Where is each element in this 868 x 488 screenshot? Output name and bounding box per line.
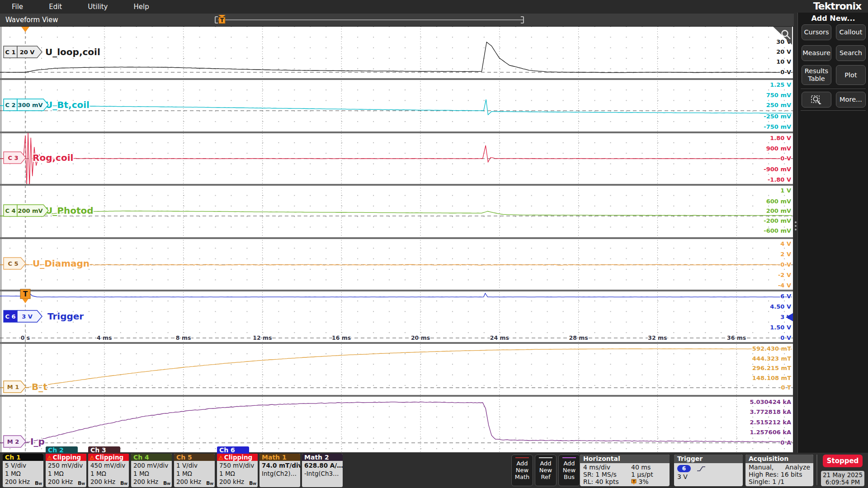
bandwidth-limit-icon: BW: [78, 480, 85, 486]
measure-button[interactable]: Measure: [802, 45, 831, 61]
badge-id: M 2: [7, 438, 19, 445]
trigger-pos-percent: 3%: [638, 478, 648, 485]
record-length: RL: 40 kpts: [583, 478, 631, 485]
record-view-bar[interactable]: T: [0, 14, 794, 26]
channel-settings-badge-ch3[interactable]: Ch 3⚠Clipping450 mV/div1 MΩ200 kHzBW: [88, 454, 129, 487]
callout-button[interactable]: Callout: [836, 24, 866, 40]
channel-settings-badge-math2[interactable]: Math 2628.80 A/…-Intg(Ch3…: [302, 454, 343, 487]
panel-section-divider: [801, 89, 866, 89]
acquisition-panel[interactable]: Acquisition Manual,Analyze High Res: 16 …: [745, 455, 813, 486]
waveform-view-titlebar: Waveform View T: [0, 14, 794, 27]
plot-button[interactable]: Plot: [836, 65, 866, 85]
channel-badge-M2[interactable]: M 2: [4, 436, 26, 447]
add-new-heading: Add New...: [798, 14, 868, 23]
channel-tab: Ch 3: [88, 446, 120, 454]
channel-setting: 628.80 A/…: [302, 461, 343, 469]
clipping-warning: ⚠Clipping: [217, 454, 258, 461]
time-label: 16 ms: [332, 334, 351, 341]
channel-settings-badge-ch4[interactable]: Ch 4200 mV/div1 MΩ200 kHzBW: [131, 454, 172, 487]
axis-label: 3.772818 kA: [750, 408, 792, 415]
grid-dots: [0, 26, 793, 452]
channel-label-U_loop,coil: U_loop,coil: [45, 47, 100, 57]
axis-label: -900 mV: [764, 166, 791, 173]
trigger-panel[interactable]: Trigger 6 3 V: [674, 455, 743, 486]
channel-setting: 1 MΩ: [174, 469, 215, 478]
time-label: 32 ms: [648, 334, 667, 341]
channel-setting: 250 mV/div: [46, 461, 86, 469]
add-new-ref-label: Add New Ref: [539, 460, 552, 480]
channel-setting: 1 MΩ: [88, 469, 129, 478]
right-panel: Add New... Cursors Callout Measure Searc…: [797, 13, 868, 453]
menu-file[interactable]: File: [0, 0, 35, 14]
grip-dot: [795, 229, 797, 230]
acq-mode: Manual,: [749, 464, 774, 471]
channel-settings-badge-ch6[interactable]: Ch 6⚠Clipping750 mV/div1 MΩ200 kHzBW: [217, 454, 258, 487]
badge-scale: 300 mV: [18, 102, 42, 108]
ref-accent: [539, 457, 552, 458]
channel-badge-C1[interactable]: C 120 V: [4, 46, 42, 58]
cursors-button[interactable]: Cursors: [802, 24, 831, 40]
time-label: 36 ms: [727, 334, 746, 341]
add-new-math-button[interactable]: Add New Math: [511, 455, 533, 486]
svg-text:T: T: [632, 479, 635, 483]
badge-id: C 1: [5, 49, 15, 56]
trigger-t-letter: T: [23, 290, 28, 298]
oscilloscope-app: 30 V20 V10 V0 VU_loop,coilC 120 V1.25 V7…: [0, 0, 868, 488]
bottom-settings-bar: Ch 15 V/div1 MΩ200 kHzBWCh 2⚠Clipping250…: [0, 453, 868, 488]
more-button[interactable]: More...: [836, 92, 866, 108]
channel-label-B_t: B_t: [32, 381, 47, 392]
axis-label: 10 V: [776, 58, 791, 65]
add-new-ref-button[interactable]: Add New Ref: [535, 455, 557, 486]
add-new-bus-label: Add New Bus: [563, 460, 576, 480]
horizontal-panel[interactable]: Horizontal 4 ms/div40 ms SR: 1 MS/s1 µs/…: [580, 455, 670, 486]
menu-help[interactable]: Help: [122, 0, 161, 14]
channel-setting: 200 mV/div: [131, 461, 172, 469]
bus-accent: [562, 457, 576, 458]
channel-setting: 5 V/div: [3, 461, 43, 469]
channel-settings-badge-math1[interactable]: Math 174.0 mT/divIntg(Ch2)…: [259, 454, 300, 487]
badge-id: C 4: [5, 207, 15, 214]
axis-label: 1.257606 kA: [750, 429, 792, 436]
axis-label: 0 V: [780, 155, 791, 162]
badge-scale: 3 V: [22, 313, 33, 320]
axis-label: 0 V: [780, 69, 791, 75]
axis-label: 592.430 mT: [752, 345, 791, 352]
zoom-select-button[interactable]: [802, 92, 831, 108]
channel-label-I_p: I_p: [30, 436, 45, 447]
results-table-button[interactable]: Results Table: [802, 65, 831, 85]
axis-label: 0 T: [781, 384, 792, 391]
axis-label: 444.323 mT: [752, 355, 791, 362]
horizontal-title: Horizontal: [580, 455, 670, 463]
channel-settings-badge-ch5[interactable]: Ch 51 V/div1 MΩ200 kHzBW: [174, 454, 215, 487]
bandwidth-limit-icon: BW: [163, 480, 170, 486]
channel-rows: 74.0 mT/divIntg(Ch2)…: [259, 461, 300, 478]
channel-badge-C2[interactable]: C 2300 mV: [4, 99, 48, 111]
datetime-badge[interactable]: 21 May 2025 6:09:54 PM: [821, 471, 864, 486]
run-stop-status-button[interactable]: Stopped: [823, 455, 863, 467]
channel-badge-C5[interactable]: C 5: [4, 258, 26, 269]
channel-badge-C4[interactable]: C 4200 mV: [4, 205, 48, 216]
channel-badge-C6[interactable]: C 63 V: [4, 310, 42, 322]
bandwidth-limit-icon: BW: [206, 480, 213, 486]
search-button[interactable]: Search: [836, 45, 866, 61]
add-new-bus-button[interactable]: Add New Bus: [558, 455, 580, 486]
menu-utility[interactable]: Utility: [76, 0, 119, 14]
record-bar-left-bracket: [215, 17, 218, 23]
time-label: 20 ms: [411, 334, 430, 341]
axis-label: -1.80 V: [768, 176, 791, 183]
axis-label: 148.108 mT: [752, 375, 791, 381]
channel-settings-badge-ch2[interactable]: Ch 2⚠Clipping250 mV/div1 MΩ200 kHzBW: [46, 454, 86, 487]
channel-badge-C3[interactable]: C 3: [4, 152, 26, 164]
waveform-area[interactable]: 30 V20 V10 V0 VU_loop,coilC 120 V1.25 V7…: [0, 0, 794, 453]
axis-label: 600 mV: [766, 198, 791, 205]
axis-label: 1 V: [780, 187, 791, 194]
clipping-warning: ⚠Clipping: [88, 454, 129, 461]
channel-badge-M1[interactable]: M 1: [4, 381, 26, 393]
panel-divider[interactable]: [794, 13, 797, 453]
rising-edge-icon: [696, 465, 706, 472]
badge-id: C 6: [5, 313, 15, 320]
grip-dot: [795, 225, 797, 227]
channel-settings-badge-ch1[interactable]: Ch 15 V/div1 MΩ200 kHzBW: [3, 454, 43, 487]
channel-setting: 1 MΩ: [46, 469, 86, 478]
menu-edit[interactable]: Edit: [37, 0, 74, 14]
